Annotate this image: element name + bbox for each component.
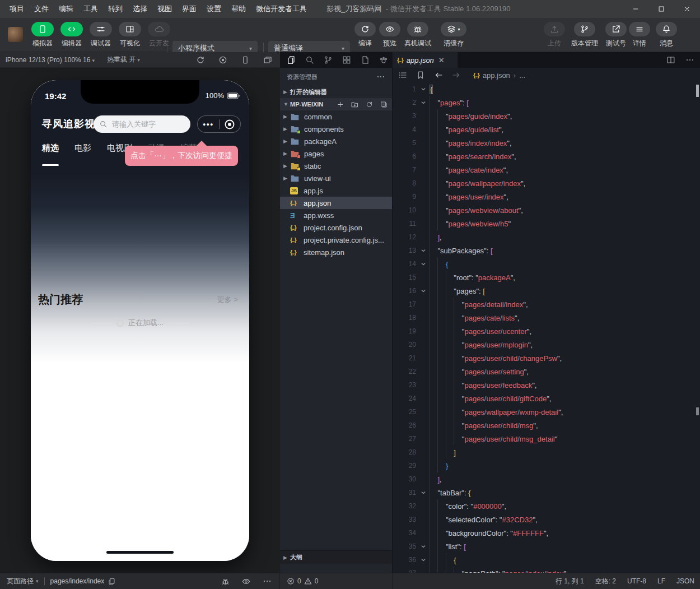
line-number[interactable]: 36 bbox=[393, 556, 417, 564]
extensions-icon[interactable] bbox=[342, 55, 351, 64]
status-language-mode[interactable]: JSON bbox=[676, 577, 694, 585]
phone-tab-1[interactable]: 精选 bbox=[42, 143, 59, 154]
editor-button[interactable]: 编辑器 bbox=[58, 22, 85, 48]
menu-item-select[interactable]: 选择 bbox=[128, 0, 152, 18]
scrollbar[interactable] bbox=[695, 82, 700, 573]
avatar[interactable] bbox=[8, 27, 23, 42]
multi-window-icon[interactable] bbox=[263, 55, 272, 64]
line-number[interactable]: 26 bbox=[393, 421, 417, 429]
open-editors-section[interactable]: ▶ 打开的编辑器 bbox=[280, 86, 392, 98]
maximize-button[interactable] bbox=[648, 0, 674, 18]
line-number[interactable]: 30 bbox=[393, 475, 417, 483]
menu-item-devtools[interactable]: 微信开发者工具 bbox=[251, 0, 312, 18]
tree-item-sitemap[interactable]: {..}sitemap.json bbox=[280, 246, 392, 258]
line-number[interactable]: 1 bbox=[393, 85, 417, 93]
editor-tab-app-json[interactable]: {..} app.json ✕ bbox=[393, 52, 458, 68]
menu-item-edit[interactable]: 编辑 bbox=[54, 0, 78, 18]
vconsole-icon[interactable] bbox=[221, 577, 230, 586]
phone-tab-2[interactable]: 电影 bbox=[74, 143, 91, 154]
file-panel-icon[interactable] bbox=[361, 55, 370, 64]
line-number[interactable]: 33 bbox=[393, 516, 417, 523]
menu-item-goto[interactable]: 转到 bbox=[103, 0, 128, 18]
page-path-label[interactable]: 页面路径 bbox=[7, 577, 34, 586]
details-button[interactable]: 详情 bbox=[627, 22, 652, 48]
tree-item-common[interactable]: ▶common bbox=[280, 110, 392, 123]
status-encoding[interactable]: UTF-8 bbox=[627, 577, 646, 585]
line-number[interactable]: 34 bbox=[393, 529, 417, 537]
status-eol[interactable]: LF bbox=[657, 577, 665, 585]
line-number[interactable]: 13 bbox=[393, 247, 417, 254]
line-number[interactable]: 22 bbox=[393, 368, 417, 375]
upload-button[interactable]: 上传 bbox=[542, 22, 567, 48]
preview-button[interactable]: 预览 bbox=[377, 22, 402, 48]
close-target-icon[interactable] bbox=[220, 119, 241, 130]
restart-icon[interactable] bbox=[196, 55, 205, 64]
new-file-icon[interactable] bbox=[337, 101, 344, 108]
line-number[interactable]: 29 bbox=[393, 462, 417, 470]
menu-item-help[interactable]: 帮助 bbox=[226, 0, 251, 18]
line-number[interactable]: 23 bbox=[393, 381, 417, 389]
line-number[interactable]: 5 bbox=[393, 139, 417, 147]
line-number[interactable]: 32 bbox=[393, 502, 417, 510]
line-number[interactable]: 15 bbox=[393, 273, 417, 281]
tree-item-packageA[interactable]: ▶packageA bbox=[280, 135, 392, 147]
line-number[interactable]: 10 bbox=[393, 206, 417, 214]
tree-item-project-config[interactable]: {..}project.config.json bbox=[280, 221, 392, 234]
more-link[interactable]: 更多 > bbox=[217, 295, 238, 305]
line-number[interactable]: 17 bbox=[393, 300, 417, 308]
copy-path-icon[interactable] bbox=[108, 578, 115, 585]
paw-icon[interactable] bbox=[379, 55, 388, 64]
line-number[interactable]: 9 bbox=[393, 193, 417, 201]
status-indent-setting[interactable]: 空格: 2 bbox=[595, 577, 616, 586]
forward-icon[interactable] bbox=[452, 71, 461, 80]
fold-chevron-icon[interactable] bbox=[417, 100, 430, 105]
line-number[interactable]: 7 bbox=[393, 166, 417, 174]
tree-item-static[interactable]: ▶static bbox=[280, 160, 392, 172]
status-cursor-position[interactable]: 行 1, 列 1 bbox=[556, 577, 584, 586]
tree-item-pages[interactable]: ▶pages bbox=[280, 147, 392, 160]
version-control-button[interactable]: 版本管理 bbox=[568, 22, 601, 48]
fold-chevron-icon[interactable] bbox=[417, 544, 430, 549]
search-input[interactable] bbox=[111, 119, 178, 129]
explorer-more-icon[interactable] bbox=[376, 72, 385, 81]
menu-item-settings[interactable]: 设置 bbox=[202, 0, 226, 18]
close-button[interactable] bbox=[674, 0, 700, 18]
menu-item-tools[interactable]: 工具 bbox=[78, 0, 103, 18]
tree-item-uview-ui[interactable]: ▶uview-ui bbox=[280, 172, 392, 184]
line-number[interactable]: 20 bbox=[393, 341, 417, 349]
code-area[interactable]: 1{2"pages": [3"pages/guide/index",4"page… bbox=[393, 82, 700, 573]
line-number[interactable]: 3 bbox=[393, 112, 417, 120]
tree-item-components[interactable]: ▶components bbox=[280, 123, 392, 135]
line-number[interactable]: 25 bbox=[393, 408, 417, 416]
breadcrumb-file[interactable]: app.json bbox=[483, 71, 510, 80]
fold-chevron-icon[interactable] bbox=[417, 557, 430, 563]
simulator-button[interactable]: 模拟器 bbox=[29, 22, 56, 48]
device-frame-icon[interactable] bbox=[241, 55, 250, 64]
files-icon[interactable] bbox=[287, 55, 296, 64]
line-number[interactable]: 18 bbox=[393, 314, 417, 322]
minimize-button[interactable] bbox=[623, 0, 648, 18]
line-number[interactable]: 31 bbox=[393, 489, 417, 497]
menu-item-project[interactable]: 项目 bbox=[4, 0, 29, 18]
more-icon[interactable] bbox=[263, 577, 272, 586]
line-number[interactable]: 28 bbox=[393, 448, 417, 456]
fold-chevron-icon[interactable] bbox=[417, 288, 430, 294]
tree-item-project-private-config[interactable]: {..}project.private.config.js... bbox=[280, 234, 392, 246]
line-number[interactable]: 14 bbox=[393, 260, 417, 268]
record-icon[interactable] bbox=[218, 55, 227, 64]
outline-section[interactable]: ▶ 大纲 bbox=[280, 550, 392, 564]
split-editor-icon[interactable] bbox=[666, 55, 675, 64]
tree-item-app-js[interactable]: JSapp.js bbox=[280, 184, 392, 197]
search-panel-icon[interactable] bbox=[305, 55, 314, 64]
tree-item-app-wxss[interactable]: Ǝapp.wxss bbox=[280, 209, 392, 221]
new-folder-icon[interactable] bbox=[351, 101, 358, 108]
compile-button[interactable]: 编译 bbox=[353, 22, 377, 48]
list-icon[interactable] bbox=[398, 71, 407, 80]
line-number[interactable]: 24 bbox=[393, 395, 417, 402]
hot-reload-toggle[interactable]: 热重载 开▾ bbox=[107, 55, 140, 64]
line-number[interactable]: 35 bbox=[393, 542, 417, 550]
fold-chevron-icon[interactable] bbox=[417, 261, 430, 267]
inspect-icon[interactable] bbox=[242, 577, 250, 586]
line-number[interactable]: 21 bbox=[393, 354, 417, 362]
cloud-dev-button[interactable]: 云开发 bbox=[146, 22, 172, 48]
